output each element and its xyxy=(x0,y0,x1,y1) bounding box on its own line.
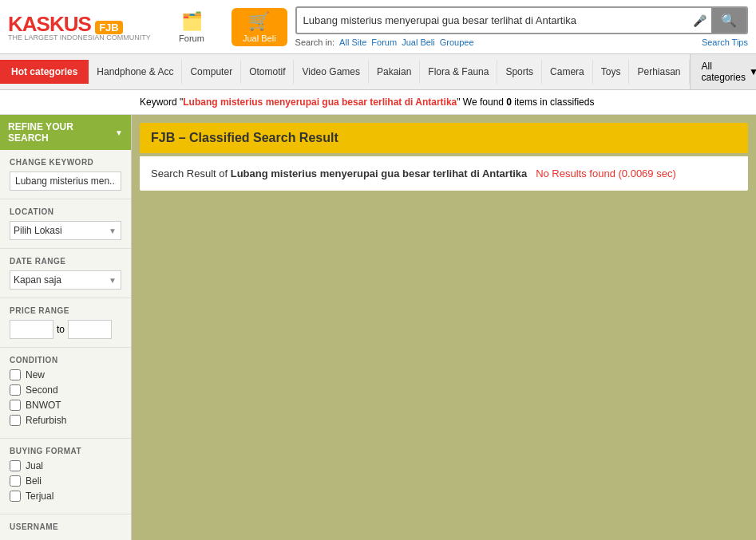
cat-sports[interactable]: Sports xyxy=(497,60,542,84)
chevron-down-icon: ▼ xyxy=(749,66,756,77)
logo-sub: THE LARGEST INDONESIAN COMMUNITY xyxy=(8,34,151,41)
category-nav: Hot categories Handphone & Acc Computer … xyxy=(0,54,756,90)
cat-camera[interactable]: Camera xyxy=(542,60,593,84)
condition-label: CONDITION xyxy=(10,356,121,365)
keyword-banner: Keyword "Lubang misterius menyerupai gua… xyxy=(0,90,756,115)
username-section: USERNAME xyxy=(0,514,131,540)
date-range-section: DATE RANGE Kapan saja ▼ xyxy=(0,249,131,298)
buying-jual-checkbox[interactable] xyxy=(10,460,21,471)
keyword-input[interactable] xyxy=(10,171,121,191)
location-select[interactable]: Pilih Lokasi xyxy=(10,221,121,240)
buying-terjual-row: Terjual xyxy=(10,491,121,502)
mic-icon[interactable]: 🎤 xyxy=(688,10,711,32)
search-button[interactable]: 🔍 xyxy=(711,8,746,33)
condition-second-row: Second xyxy=(10,384,121,396)
username-label: USERNAME xyxy=(10,522,121,531)
cat-perhiasan[interactable]: Perhiasan xyxy=(629,60,689,84)
refine-arrow-icon: ▼ xyxy=(115,128,123,137)
buying-jual-row: Jual xyxy=(10,460,121,471)
price-min-input[interactable] xyxy=(10,320,53,339)
cat-otomotif[interactable]: Otomotif xyxy=(241,60,294,84)
nav-icons: 🗂️ Forum 🛒 Jual Beli xyxy=(168,8,287,46)
jual-beli-icon: 🛒 xyxy=(248,11,270,32)
buying-format-section: BUYING FORMAT Jual Beli Terjual xyxy=(0,439,131,514)
condition-bnwot-row: BNWOT xyxy=(10,400,121,411)
condition-second-checkbox[interactable] xyxy=(10,384,21,396)
search-jual-beli[interactable]: Jual Beli xyxy=(402,37,435,47)
buying-terjual-checkbox[interactable] xyxy=(10,491,21,502)
condition-refurbish-label: Refurbish xyxy=(26,415,66,426)
logo-badge: FJB xyxy=(95,21,123,34)
price-to-label: to xyxy=(57,324,65,335)
content-area: FJB – Classified Search Result Search Re… xyxy=(132,115,756,540)
condition-new-label: New xyxy=(26,369,45,380)
location-section: LOCATION Pilih Lokasi ▼ xyxy=(0,199,131,249)
keyword-line-start: Keyword " xyxy=(140,97,183,108)
search-input[interactable] xyxy=(297,10,688,31)
buying-beli-row: Beli xyxy=(10,475,121,487)
search-in-label: Search in: xyxy=(295,37,335,47)
price-range-section: PRICE RANGE to xyxy=(0,298,131,348)
cat-handphone[interactable]: Handphone & Acc xyxy=(89,60,182,84)
price-range-label: PRICE RANGE xyxy=(10,306,121,315)
all-categories-label: All categories xyxy=(702,61,746,83)
cat-pakaian[interactable]: Pakaian xyxy=(369,60,420,84)
condition-new-checkbox[interactable] xyxy=(10,369,21,380)
sidebar: REFINE YOUR SEARCH ▼ CHANGE KEYWORD LOCA… xyxy=(0,115,132,540)
refine-label: REFINE YOUR SEARCH xyxy=(8,121,115,144)
location-label: LOCATION xyxy=(10,207,121,216)
condition-second-label: Second xyxy=(26,384,58,396)
search-groupee[interactable]: Groupee xyxy=(440,37,474,47)
keyword-line-mid: " We found xyxy=(457,97,506,108)
date-range-label: DATE RANGE xyxy=(10,257,121,266)
hot-categories[interactable]: Hot categories xyxy=(0,60,89,84)
jual-beli-nav[interactable]: 🛒 Jual Beli xyxy=(232,8,287,46)
result-header: FJB – Classified Search Result xyxy=(140,123,748,153)
price-range-row: to xyxy=(10,320,121,339)
location-select-wrapper: Pilih Lokasi ▼ xyxy=(10,221,121,240)
date-range-select-wrapper: Kapan saja ▼ xyxy=(10,270,121,290)
cat-computer[interactable]: Computer xyxy=(182,60,241,84)
search-result-keyword: Lubang misterius menyerupai gua besar te… xyxy=(231,168,528,179)
keyword-line-end: items in classifieds xyxy=(512,97,594,108)
keyword-highlighted: Lubang misterius menyerupai gua besar te… xyxy=(183,97,457,108)
buying-beli-label: Beli xyxy=(26,475,42,487)
forum-label: Forum xyxy=(179,34,204,43)
search-result-label: Search Result of xyxy=(151,168,228,179)
result-body: Search Result of Lubang misterius menyer… xyxy=(140,156,748,191)
buying-format-label: BUYING FORMAT xyxy=(10,447,121,455)
logo-area: KASKUS FJB THE LARGEST INDONESIAN COMMUN… xyxy=(8,12,152,41)
no-results-msg: No Results found (0.0069 sec) xyxy=(536,168,676,179)
search-forum[interactable]: Forum xyxy=(371,37,397,47)
cat-flora-fauna[interactable]: Flora & Fauna xyxy=(420,60,497,84)
condition-bnwot-checkbox[interactable] xyxy=(10,400,21,411)
buying-jual-label: Jual xyxy=(26,460,43,471)
logo-kaskus[interactable]: KASKUS xyxy=(8,12,91,36)
all-categories[interactable]: All categories ▼ xyxy=(690,54,756,89)
price-max-input[interactable] xyxy=(68,320,112,339)
condition-refurbish-row: Refurbish xyxy=(10,415,121,426)
buying-terjual-label: Terjual xyxy=(26,491,53,502)
condition-refurbish-checkbox[interactable] xyxy=(10,415,21,426)
main-layout: REFINE YOUR SEARCH ▼ CHANGE KEYWORD LOCA… xyxy=(0,115,756,540)
cat-toys[interactable]: Toys xyxy=(593,60,630,84)
jual-beli-label: Jual Beli xyxy=(243,34,276,43)
search-meta: Search in: All Site Forum Jual Beli Grou… xyxy=(295,37,748,47)
condition-bnwot-label: BNWOT xyxy=(26,400,61,411)
date-range-select[interactable]: Kapan saja xyxy=(10,270,121,290)
search-bar: 🎤 🔍 xyxy=(295,6,748,34)
change-keyword-label: CHANGE KEYWORD xyxy=(10,158,121,167)
change-keyword-section: CHANGE KEYWORD xyxy=(0,150,131,199)
forum-nav[interactable]: 🗂️ Forum xyxy=(168,11,216,43)
search-all-site[interactable]: All Site xyxy=(339,37,366,47)
header: KASKUS FJB THE LARGEST INDONESIAN COMMUN… xyxy=(0,0,756,54)
search-area: 🎤 🔍 Search in: All Site Forum Jual Beli … xyxy=(295,6,748,47)
forum-icon: 🗂️ xyxy=(181,11,203,32)
condition-section: CONDITION New Second BNWOT Refurbish xyxy=(0,348,131,439)
condition-new-row: New xyxy=(10,369,121,380)
buying-beli-checkbox[interactable] xyxy=(10,475,21,487)
refine-header: REFINE YOUR SEARCH ▼ xyxy=(0,115,131,150)
cat-video-games[interactable]: Video Games xyxy=(294,60,369,84)
search-tips[interactable]: Search Tips xyxy=(702,37,748,47)
